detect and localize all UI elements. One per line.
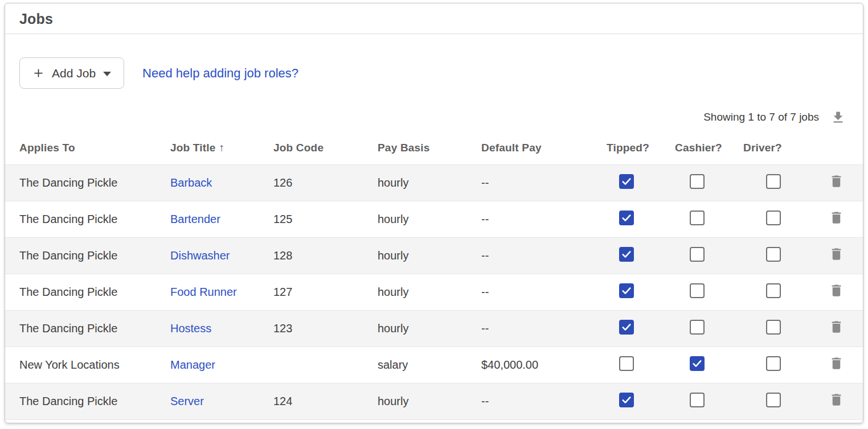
applies-to-cell: The Dancing Pickle (5, 237, 170, 274)
pay-basis-cell: hourly (378, 164, 481, 201)
default-pay-value: -- (481, 395, 489, 407)
applies-to-cell: The Dancing Pickle (5, 274, 170, 310)
cashier-cell (675, 310, 743, 346)
pay-basis-value: hourly (378, 286, 408, 298)
tipped-cell (607, 164, 675, 201)
tipped-cell (607, 274, 675, 310)
column-header-job-title[interactable]: Job Title↑ (170, 132, 273, 164)
default-pay-value: $40,000.00 (481, 358, 538, 371)
job-title-link[interactable]: Bartender (170, 213, 220, 225)
pay-basis-value: hourly (378, 322, 408, 335)
table-row: The Dancing Pickle Server 124 hourly -- (5, 383, 863, 419)
pay-basis-value: salary (378, 358, 408, 371)
download-icon[interactable] (830, 110, 846, 125)
table-row: The Dancing Pickle Hostess 123 hourly -- (5, 310, 863, 346)
job-code-value: 126 (273, 176, 292, 189)
table-row: The Dancing Pickle Food Runner 127 hourl… (5, 274, 863, 310)
driver-checkbox[interactable] (766, 247, 781, 262)
applies-to-value: The Dancing Pickle (19, 395, 117, 407)
tipped-checkbox[interactable] (619, 283, 634, 298)
delete-job-icon[interactable] (829, 319, 844, 335)
tipped-cell (607, 310, 675, 346)
job-code-cell: 126 (273, 164, 378, 201)
job-title-link[interactable]: Dishwasher (170, 249, 230, 262)
applies-to-value: New York Locations (19, 358, 120, 371)
tipped-checkbox[interactable] (619, 247, 634, 262)
actions-cell (800, 383, 863, 419)
delete-job-icon[interactable] (829, 356, 844, 371)
tipped-checkbox[interactable] (619, 320, 634, 335)
cashier-cell (675, 383, 743, 419)
job-code-cell: 127 (273, 274, 378, 310)
job-title-cell: Server (170, 383, 273, 419)
cashier-checkbox[interactable] (690, 174, 705, 189)
actions-cell (800, 164, 863, 201)
chevron-down-icon (103, 72, 111, 76)
job-code-value: 125 (273, 213, 292, 225)
default-pay-cell: -- (481, 310, 607, 346)
delete-job-icon[interactable] (829, 174, 844, 189)
actions-cell (800, 346, 863, 383)
cashier-checkbox[interactable] (690, 247, 705, 262)
tipped-checkbox[interactable] (619, 356, 634, 371)
job-title-link[interactable]: Server (170, 395, 204, 407)
tipped-cell (607, 383, 675, 419)
tipped-cell (607, 237, 675, 274)
tipped-checkbox[interactable] (619, 393, 634, 407)
cashier-checkbox[interactable] (690, 211, 705, 225)
column-header-cashier: Cashier? (675, 132, 743, 164)
pay-basis-cell: hourly (378, 274, 481, 310)
cashier-checkbox[interactable] (690, 393, 705, 407)
job-code-cell: 128 (273, 237, 378, 274)
delete-job-icon[interactable] (829, 283, 844, 298)
applies-to-cell: The Dancing Pickle (5, 310, 170, 346)
job-title-link[interactable]: Food Runner (170, 286, 237, 298)
driver-checkbox[interactable] (766, 174, 781, 189)
default-pay-cell: -- (481, 201, 607, 237)
page-title: Jobs (19, 11, 863, 27)
applies-to-value: The Dancing Pickle (19, 322, 117, 335)
job-code-value: 123 (273, 322, 292, 335)
add-job-label: Add Job (52, 67, 96, 80)
job-code-cell: 123 (273, 310, 378, 346)
driver-checkbox[interactable] (766, 320, 781, 335)
help-link[interactable]: Need help adding job roles? (142, 66, 298, 81)
cashier-cell (675, 237, 743, 274)
actions-cell (800, 310, 863, 346)
job-title-header-label: Job Title (170, 142, 216, 154)
driver-checkbox[interactable] (766, 283, 781, 298)
pay-basis-cell: hourly (378, 201, 481, 237)
job-title-link[interactable]: Manager (170, 358, 215, 371)
tipped-cell (607, 201, 675, 237)
cashier-checkbox[interactable] (690, 356, 705, 371)
driver-cell (743, 201, 800, 237)
job-title-cell: Dishwasher (170, 237, 273, 274)
default-pay-cell: -- (481, 383, 607, 419)
delete-job-icon[interactable] (829, 210, 844, 225)
job-title-link[interactable]: Hostess (170, 322, 211, 335)
default-pay-value: -- (481, 286, 489, 298)
column-header-default-pay: Default Pay (481, 132, 607, 164)
driver-checkbox[interactable] (766, 211, 781, 225)
job-title-link[interactable]: Barback (170, 176, 212, 189)
jobs-panel: Jobs Add Job Need help adding job roles?… (5, 3, 863, 423)
job-code-value: 128 (273, 249, 292, 262)
cashier-checkbox[interactable] (690, 283, 705, 298)
driver-checkbox[interactable] (766, 356, 781, 371)
driver-checkbox[interactable] (766, 393, 781, 407)
summary-row: Showing 1 to 7 of 7 jobs (5, 108, 863, 126)
job-title-cell: Manager (170, 346, 273, 383)
tipped-checkbox[interactable] (619, 211, 634, 225)
delete-job-icon[interactable] (829, 392, 844, 407)
actions-cell (800, 274, 863, 310)
showing-count-text: Showing 1 to 7 of 7 jobs (703, 111, 819, 123)
table-row: The Dancing Pickle Bartender 125 hourly … (5, 201, 863, 237)
delete-job-icon[interactable] (829, 246, 844, 262)
cashier-checkbox[interactable] (690, 320, 705, 335)
job-title-cell: Bartender (170, 201, 273, 237)
add-job-button[interactable]: Add Job (19, 57, 124, 89)
pay-basis-cell: hourly (378, 383, 481, 419)
tipped-checkbox[interactable] (619, 174, 634, 189)
table-header-row: Applies To Job Title↑ Job Code Pay Basis… (5, 132, 863, 164)
job-title-cell: Barback (170, 164, 273, 201)
